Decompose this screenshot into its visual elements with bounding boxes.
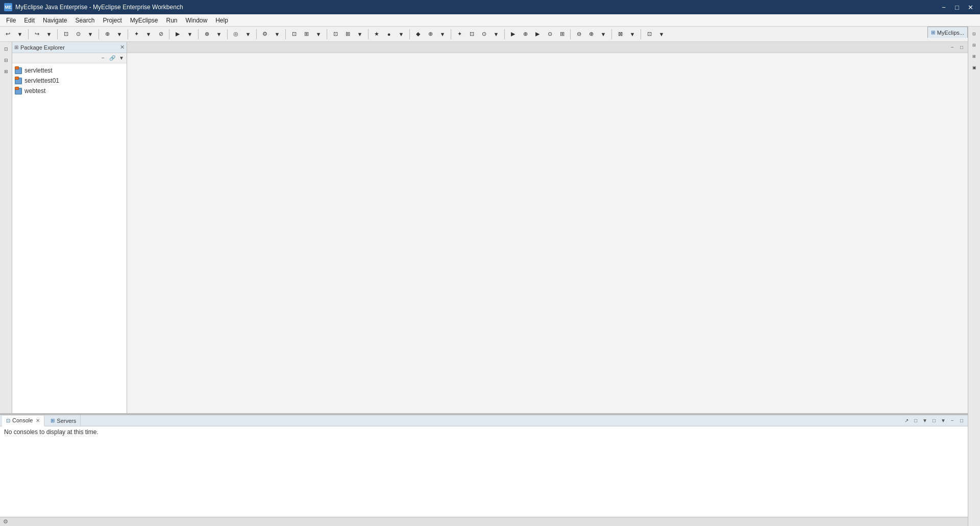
maximize-button[interactable]: □ [951,2,963,13]
left-sidebar: ⊡ ⊟ ⊞ [0,42,12,413]
toolbar-btn-[interactable]: ▶ [532,29,543,40]
toolbar-btn-[interactable]: ⊞ [301,29,312,40]
toolbar-btn-[interactable]: ▼ [272,29,283,40]
tree-item-servlettest[interactable]: servlettest [12,65,127,76]
tree-item-servlettest01[interactable]: servlettest01 [12,76,127,86]
toolbar-btn-save[interactable]: ⊡ [60,29,71,40]
menu-item-help[interactable]: Help [211,14,232,26]
menu-item-run[interactable]: Run [162,14,181,26]
toolbar-btn-rundropdown[interactable]: ▼ [184,29,195,40]
editor-minimize-button[interactable]: − [948,43,957,52]
menu-item-edit[interactable]: Edit [20,14,39,26]
bottom-tab-servers[interactable]: ⊞Servers [46,415,81,426]
toolbar-btn-[interactable]: ⊙ [544,29,555,40]
left-sidebar-btn-1[interactable]: ⊡ [1,44,11,54]
toolbar-btn-[interactable]: ⊞ [342,29,353,40]
package-explorer-close[interactable]: ✕ [120,44,125,51]
toolbar-btn-[interactable]: ▼ [437,29,448,40]
bottom-maximize-button[interactable]: □ [958,417,966,425]
status-gear-icon: ⚙ [3,518,8,525]
toolbar-btn-[interactable]: ▼ [85,29,96,40]
main-layout: ⊡ ⊟ ⊞ ⊞ Package Explorer ✕ − 🔗 ▼ servlet… [0,42,968,517]
toolbar-btn-[interactable]: ▼ [313,29,324,40]
perspective-bar-btn-3[interactable]: ⊞ [969,51,979,61]
minimize-button[interactable]: − [938,2,949,13]
perspective-switcher[interactable]: ⊞ MyEclips... [927,27,968,38]
toolbar-btn-[interactable]: ⊕ [520,29,531,40]
menu-item-project[interactable]: Project [99,14,126,26]
toolbar-btn-[interactable]: ⊡ [644,29,655,40]
toolbar-btn-[interactable]: ⊡ [288,29,300,40]
menu-item-navigate[interactable]: Navigate [39,14,71,26]
menu-item-file[interactable]: File [2,14,20,26]
toolbar-btn-[interactable]: ◆ [412,29,424,40]
toolbar-separator [99,29,99,39]
bottom-panel-controls: ↗ □ ▼ □ ▼ − □ [902,417,966,425]
editor-maximize-button[interactable]: □ [958,43,966,52]
menu-item-window[interactable]: Window [182,14,212,26]
link-with-editor-button[interactable]: 🔗 [108,54,116,62]
toolbar-btn-opentype[interactable]: ✦ [131,29,142,40]
toolbar-btn-[interactable]: ✦ [454,29,465,40]
toolbar-btn-debug[interactable]: ⊕ [201,29,212,40]
toolbar-btn-[interactable]: ▼ [598,29,609,40]
toolbar-btn-back[interactable]: ↩ [2,29,13,40]
left-sidebar-btn-2[interactable]: ⊟ [1,55,11,65]
toolbar-btn-[interactable]: ● [383,29,395,40]
perspective-bar-btn-2[interactable]: ⊟ [969,40,979,50]
toolbar-btn-[interactable]: ▼ [242,29,254,40]
package-explorer-title: Package Explorer [20,44,65,51]
toolbar-btn-[interactable]: ⊞ [556,29,568,40]
toolbar-btn-[interactable]: ⊙ [478,29,489,40]
console-display-arrow-button[interactable]: ▼ [939,417,947,425]
menu-item-myeclipse[interactable]: MyEclipse [126,14,162,26]
toolbar-btn-[interactable]: ⊘ [155,29,166,40]
toolbar-btn-forward[interactable]: ↪ [31,29,42,40]
toolbar-btn-[interactable]: ▼ [354,29,365,40]
toolbar-btn-debugdropdown[interactable]: ▼ [213,29,225,40]
toolbar-btn-backdropdown[interactable]: ▼ [14,29,26,40]
toolbar-btn-[interactable]: ⊡ [330,29,341,40]
view-menu-button[interactable]: ▼ [117,54,126,62]
bottom-tab-close-console[interactable]: ✕ [36,418,40,423]
toolbar-btn-[interactable]: ▼ [491,29,502,40]
toolbar-btn-newdropdown[interactable]: ▼ [114,29,125,40]
menu-item-search[interactable]: Search [71,14,99,26]
bottom-minimize-button[interactable]: − [948,417,957,425]
toolbar-btn-[interactable]: ▼ [143,29,154,40]
toolbar-btn-saveall[interactable]: ⊙ [72,29,84,40]
toolbar-btn-[interactable]: ▼ [627,29,638,40]
project-icon-servlettest01 [14,77,22,85]
toolbar-btn-[interactable]: ▼ [656,29,667,40]
console-open-console-button[interactable]: ↗ [902,417,911,425]
toolbar-btn-[interactable]: ⊕ [585,29,597,40]
toolbar-separator [198,29,199,39]
console-display-button[interactable]: □ [930,417,938,425]
toolbar-btn-[interactable]: ▼ [396,29,407,40]
console-pin-arrow-button[interactable]: ▼ [921,417,929,425]
collapse-all-button[interactable]: − [99,54,107,62]
tree-item-webtest[interactable]: webtest [12,86,127,96]
console-pin-button[interactable]: □ [912,417,920,425]
console-message: No consoles to display at this time. [4,428,99,436]
toolbar-btn-run[interactable]: ▶ [172,29,183,40]
toolbar-btn-[interactable]: ⊖ [573,29,584,40]
toolbar-btn-[interactable]: ⊕ [425,29,436,40]
toolbar-btn-externaltools[interactable]: ⚙ [259,29,271,40]
toolbar-separator [256,29,257,39]
left-sidebar-btn-3[interactable]: ⊞ [1,66,11,77]
project-icon-servlettest [14,66,22,75]
toolbar-btn-profile[interactable]: ◎ [230,29,241,40]
toolbar-btn-new[interactable]: ⊕ [102,29,113,40]
toolbar-btn-[interactable]: ▶ [507,29,519,40]
window-title: MyEclipse Java Enterprise - MyEclipse En… [15,4,183,11]
toolbar-btn-[interactable]: ⊠ [615,29,626,40]
perspective-bar-btn-1[interactable]: ⊡ [969,29,979,39]
toolbar-btn-[interactable]: ⊡ [466,29,477,40]
close-button[interactable]: ✕ [965,2,976,13]
perspective-bar-btn-4[interactable]: ▣ [969,62,979,73]
toolbar-btn-forwarddropdown[interactable]: ▼ [43,29,55,40]
editor-area: − □ [127,42,968,413]
bottom-tab-console[interactable]: ⊡Console✕ [2,416,44,426]
toolbar-btn-[interactable]: ★ [371,29,382,40]
